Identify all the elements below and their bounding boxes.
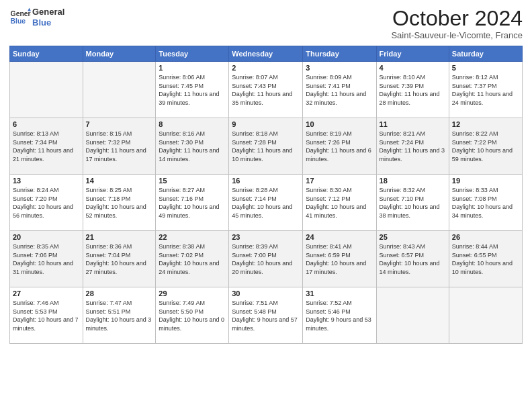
calendar-cell: 21Sunrise: 8:36 AM Sunset: 7:04 PM Dayli… (83, 231, 156, 287)
day-number: 24 (306, 233, 373, 241)
day-number: 4 (380, 64, 446, 72)
day-number: 15 (159, 177, 226, 185)
day-number: 7 (86, 120, 153, 128)
calendar-cell: 27Sunrise: 7:46 AM Sunset: 5:53 PM Dayli… (10, 287, 83, 344)
day-number: 23 (232, 233, 300, 241)
day-number: 8 (159, 120, 226, 128)
calendar-week-row: 13Sunrise: 8:24 AM Sunset: 7:20 PM Dayli… (10, 175, 523, 231)
calendar-cell: 19Sunrise: 8:33 AM Sunset: 7:08 PM Dayli… (449, 175, 522, 231)
calendar-cell: 9Sunrise: 8:18 AM Sunset: 7:28 PM Daylig… (229, 118, 303, 175)
svg-text:Blue: Blue (11, 17, 26, 25)
day-number: 31 (306, 289, 373, 298)
day-info: Sunrise: 8:09 AM Sunset: 7:41 PM Dayligh… (306, 73, 373, 107)
day-number: 16 (232, 177, 300, 185)
svg-text:General: General (11, 10, 31, 17)
svg-marker-2 (28, 8, 31, 11)
weekday-header: Friday (376, 46, 449, 62)
weekday-header: Tuesday (156, 46, 229, 62)
day-info: Sunrise: 8:18 AM Sunset: 7:28 PM Dayligh… (232, 130, 300, 163)
calendar-cell: 15Sunrise: 8:27 AM Sunset: 7:16 PM Dayli… (156, 175, 229, 231)
day-info: Sunrise: 8:44 AM Sunset: 6:55 PM Dayligh… (452, 242, 519, 276)
day-number: 22 (159, 233, 226, 241)
day-info: Sunrise: 8:22 AM Sunset: 7:22 PM Dayligh… (452, 130, 519, 163)
day-number: 30 (232, 289, 300, 298)
day-number: 13 (13, 177, 80, 185)
day-info: Sunrise: 8:43 AM Sunset: 6:57 PM Dayligh… (380, 242, 446, 276)
calendar-cell (376, 287, 449, 344)
calendar-cell: 26Sunrise: 8:44 AM Sunset: 6:55 PM Dayli… (449, 231, 522, 287)
calendar-cell: 3Sunrise: 8:09 AM Sunset: 7:41 PM Daylig… (303, 62, 376, 118)
calendar-week-row: 1Sunrise: 8:06 AM Sunset: 7:45 PM Daylig… (10, 62, 523, 118)
calendar-cell: 23Sunrise: 8:39 AM Sunset: 7:00 PM Dayli… (229, 231, 303, 287)
calendar-week-row: 6Sunrise: 8:13 AM Sunset: 7:34 PM Daylig… (10, 118, 523, 175)
weekday-header: Sunday (10, 46, 83, 62)
calendar-cell (449, 287, 522, 344)
weekday-header: Thursday (303, 46, 376, 62)
day-number: 1 (159, 64, 226, 72)
calendar-cell: 11Sunrise: 8:21 AM Sunset: 7:24 PM Dayli… (376, 118, 449, 175)
day-number: 25 (380, 233, 446, 241)
day-info: Sunrise: 8:35 AM Sunset: 7:06 PM Dayligh… (13, 242, 80, 276)
calendar-cell: 28Sunrise: 7:47 AM Sunset: 5:51 PM Dayli… (83, 287, 156, 344)
calendar-cell: 8Sunrise: 8:16 AM Sunset: 7:30 PM Daylig… (156, 118, 229, 175)
day-info: Sunrise: 8:24 AM Sunset: 7:20 PM Dayligh… (13, 186, 80, 220)
day-number: 18 (380, 177, 446, 185)
day-info: Sunrise: 7:49 AM Sunset: 5:50 PM Dayligh… (159, 299, 226, 332)
day-info: Sunrise: 7:46 AM Sunset: 5:53 PM Dayligh… (13, 299, 80, 332)
calendar-cell: 25Sunrise: 8:43 AM Sunset: 6:57 PM Dayli… (376, 231, 449, 287)
calendar-cell: 22Sunrise: 8:38 AM Sunset: 7:02 PM Dayli… (156, 231, 229, 287)
day-info: Sunrise: 8:41 AM Sunset: 6:59 PM Dayligh… (306, 242, 373, 276)
day-info: Sunrise: 8:13 AM Sunset: 7:34 PM Dayligh… (13, 130, 80, 163)
day-info: Sunrise: 7:52 AM Sunset: 5:46 PM Dayligh… (306, 299, 373, 332)
day-number: 27 (13, 289, 80, 298)
day-number: 28 (86, 289, 153, 298)
calendar-cell: 10Sunrise: 8:19 AM Sunset: 7:26 PM Dayli… (303, 118, 376, 175)
day-number: 29 (159, 289, 226, 298)
calendar-cell: 4Sunrise: 8:10 AM Sunset: 7:39 PM Daylig… (376, 62, 449, 118)
day-number: 21 (86, 233, 153, 241)
day-info: Sunrise: 8:15 AM Sunset: 7:32 PM Dayligh… (86, 130, 153, 163)
day-info: Sunrise: 8:16 AM Sunset: 7:30 PM Dayligh… (159, 130, 226, 163)
calendar-cell: 1Sunrise: 8:06 AM Sunset: 7:45 PM Daylig… (156, 62, 229, 118)
day-number: 9 (232, 120, 300, 128)
day-info: Sunrise: 8:19 AM Sunset: 7:26 PM Dayligh… (306, 130, 373, 163)
title-block: October 2024 Saint-Sauveur-le-Vicomte, F… (391, 7, 523, 40)
day-number: 3 (306, 64, 373, 72)
calendar-cell: 13Sunrise: 8:24 AM Sunset: 7:20 PM Dayli… (10, 175, 83, 231)
page: General Blue General Blue October 2024 S… (0, 0, 532, 411)
day-number: 10 (306, 120, 373, 128)
logo-text: General Blue (32, 7, 64, 28)
day-info: Sunrise: 8:30 AM Sunset: 7:12 PM Dayligh… (306, 186, 373, 220)
calendar-week-row: 20Sunrise: 8:35 AM Sunset: 7:06 PM Dayli… (10, 231, 523, 287)
calendar-cell: 24Sunrise: 8:41 AM Sunset: 6:59 PM Dayli… (303, 231, 376, 287)
calendar-week-row: 27Sunrise: 7:46 AM Sunset: 5:53 PM Dayli… (10, 287, 523, 344)
calendar-cell (10, 62, 83, 118)
calendar-cell: 30Sunrise: 7:51 AM Sunset: 5:48 PM Dayli… (229, 287, 303, 344)
header: General Blue General Blue October 2024 S… (9, 7, 523, 40)
weekday-header-row: SundayMondayTuesdayWednesdayThursdayFrid… (10, 46, 523, 62)
calendar-cell: 16Sunrise: 8:28 AM Sunset: 7:14 PM Dayli… (229, 175, 303, 231)
calendar-cell (83, 62, 156, 118)
calendar-cell: 18Sunrise: 8:32 AM Sunset: 7:10 PM Dayli… (376, 175, 449, 231)
calendar-body: 1Sunrise: 8:06 AM Sunset: 7:45 PM Daylig… (10, 62, 523, 344)
day-info: Sunrise: 8:21 AM Sunset: 7:24 PM Dayligh… (380, 130, 446, 163)
day-number: 14 (86, 177, 153, 185)
day-info: Sunrise: 7:51 AM Sunset: 5:48 PM Dayligh… (232, 299, 300, 332)
calendar-cell: 2Sunrise: 8:07 AM Sunset: 7:43 PM Daylig… (229, 62, 303, 118)
weekday-header: Wednesday (229, 46, 303, 62)
calendar-cell: 14Sunrise: 8:25 AM Sunset: 7:18 PM Dayli… (83, 175, 156, 231)
logo: General Blue General Blue (9, 7, 64, 28)
day-number: 2 (232, 64, 300, 72)
calendar-cell: 29Sunrise: 7:49 AM Sunset: 5:50 PM Dayli… (156, 287, 229, 344)
day-info: Sunrise: 8:39 AM Sunset: 7:00 PM Dayligh… (232, 242, 300, 276)
weekday-header: Saturday (449, 46, 522, 62)
day-info: Sunrise: 8:12 AM Sunset: 7:37 PM Dayligh… (452, 73, 519, 107)
weekday-header: Monday (83, 46, 156, 62)
day-info: Sunrise: 8:33 AM Sunset: 7:08 PM Dayligh… (452, 186, 519, 220)
day-info: Sunrise: 8:10 AM Sunset: 7:39 PM Dayligh… (380, 73, 446, 107)
day-info: Sunrise: 8:27 AM Sunset: 7:16 PM Dayligh… (159, 186, 226, 220)
day-info: Sunrise: 8:32 AM Sunset: 7:10 PM Dayligh… (380, 186, 446, 220)
day-info: Sunrise: 8:07 AM Sunset: 7:43 PM Dayligh… (232, 73, 300, 107)
calendar-cell: 5Sunrise: 8:12 AM Sunset: 7:37 PM Daylig… (449, 62, 522, 118)
day-info: Sunrise: 8:38 AM Sunset: 7:02 PM Dayligh… (159, 242, 226, 276)
